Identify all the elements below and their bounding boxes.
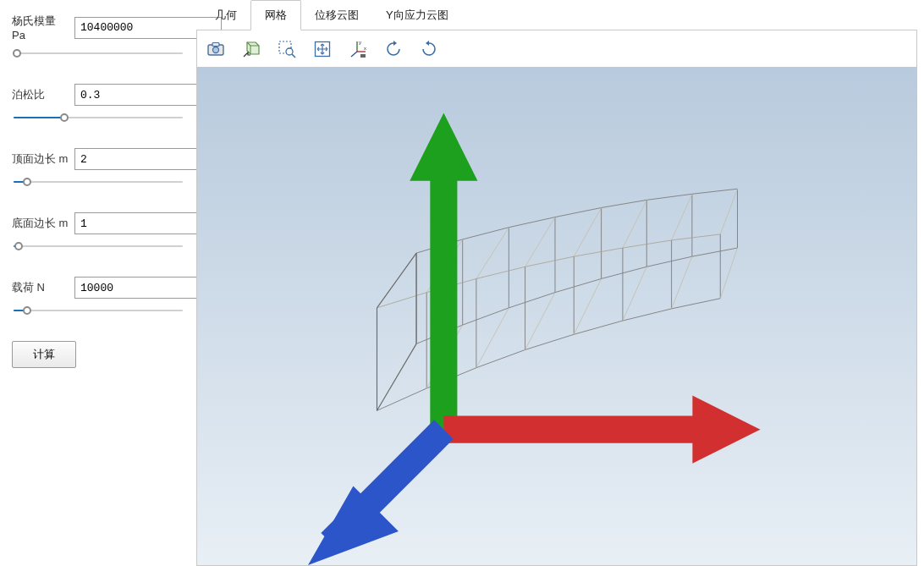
svg-rect-1 [212,42,219,46]
svg-marker-13 [360,54,366,58]
param-poisson-ratio: 泊松比 [12,84,188,124]
content-frame: y x [196,30,917,566]
param-label: 杨氏模量 Pa [12,14,69,41]
param-bottom-edge-length: 底面边长 m [12,212,188,253]
zoom-area-icon[interactable] [277,39,297,59]
svg-marker-55 [692,396,760,464]
svg-text:y: y [359,40,361,45]
svg-line-10 [351,52,357,57]
param-load: 载荷 N [12,277,188,317]
parameter-sidebar: 杨氏模量 Pa 泊松比 [0,0,196,566]
axes-toggle-icon[interactable]: y x [348,39,368,59]
rotate-right-icon[interactable] [419,39,439,59]
compute-button[interactable]: 计算 [12,341,76,368]
param-label: 底面边长 m [12,216,69,231]
tab-bar: 几何 网格 位移云图 Y向应力云图 [196,0,917,30]
param-youngs-modulus: 杨氏模量 Pa [12,14,188,60]
svg-point-2 [213,47,219,52]
poisson-ratio-slider[interactable] [14,111,183,124]
bottom-edge-length-slider[interactable] [14,239,183,253]
compute-button-label: 计算 [33,348,55,360]
main-panel: 几何 网格 位移云图 Y向应力云图 [196,0,924,566]
param-label: 泊松比 [12,87,69,102]
3d-viewport[interactable] [197,68,916,565]
load-slider[interactable] [14,304,183,317]
tab-stress-y[interactable]: Y向应力云图 [372,1,462,30]
svg-text:x: x [364,46,366,51]
tab-mesh[interactable]: 网格 [250,0,301,30]
svg-line-6 [292,54,295,58]
youngs-modulus-slider[interactable] [14,47,183,60]
svg-point-5 [286,48,293,55]
svg-marker-15 [426,41,429,46]
top-edge-length-slider[interactable] [14,175,183,189]
axis-triad-icon [197,68,916,565]
param-top-edge-length: 顶面边长 m [12,148,188,189]
app-root: 杨氏模量 Pa 泊松比 [0,0,924,566]
param-label: 顶面边长 m [12,151,69,167]
cube-select-icon[interactable] [241,39,261,59]
rotate-left-icon[interactable] [383,39,404,59]
tab-displacement[interactable]: 位移云图 [301,1,372,30]
viewer-toolbar: y x [197,30,916,68]
svg-marker-14 [393,41,397,46]
tab-geometry[interactable]: 几何 [201,1,250,30]
fit-view-icon[interactable] [312,39,333,59]
param-label: 载荷 N [12,280,69,295]
svg-marker-53 [410,113,477,180]
snapshot-icon[interactable] [206,39,226,59]
